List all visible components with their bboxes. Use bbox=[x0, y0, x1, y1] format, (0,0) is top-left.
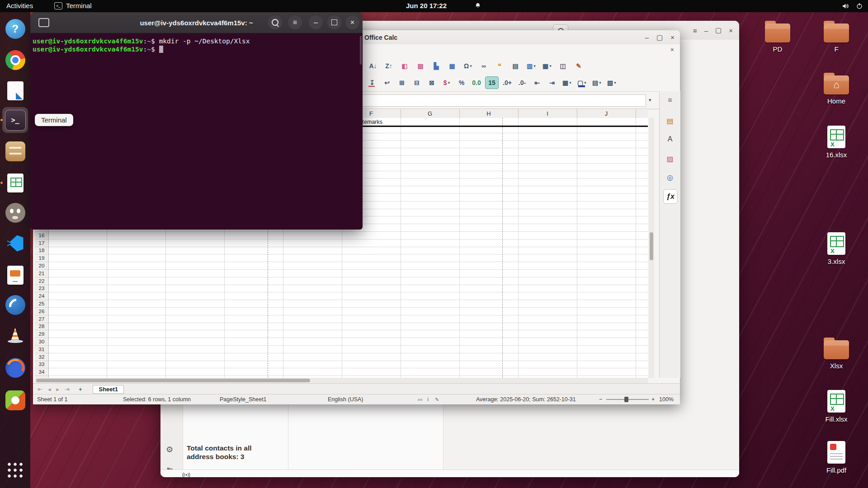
row-header-19[interactable]: 19 bbox=[35, 254, 48, 262]
desktop-icon-3.xlsx[interactable]: 3.xlsx bbox=[815, 232, 858, 265]
sort-ascending-button[interactable]: A↓ bbox=[367, 60, 379, 72]
show-grid-lines-dropdown-icon[interactable]: ▾ bbox=[549, 64, 552, 68]
add-decimal-place-button[interactable]: .0+ bbox=[501, 77, 514, 89]
desktop-icon-Fill.pdf[interactable]: Fill.pdf bbox=[815, 441, 858, 474]
row-header-34[interactable]: 34 bbox=[35, 368, 48, 376]
freeze-rows-and-columns-button[interactable]: ▥▾ bbox=[525, 60, 538, 72]
previous-sheet-button[interactable]: ◂ bbox=[48, 386, 51, 393]
dock-software-store[interactable] bbox=[4, 389, 26, 411]
format-as-percent-button[interactable]: % bbox=[455, 77, 468, 89]
split-window-button[interactable]: ◫ bbox=[557, 60, 569, 72]
format-as-currency-button[interactable]: $▾ bbox=[440, 77, 453, 89]
increase-indent-button[interactable]: ⇥ bbox=[546, 77, 558, 89]
horizontal-scrollbar[interactable] bbox=[35, 378, 648, 383]
dock-help[interactable] bbox=[4, 18, 26, 40]
borders-dropdown-icon[interactable]: ▾ bbox=[569, 80, 571, 85]
clock[interactable]: Jun 20 17:22 bbox=[406, 2, 447, 9]
insert-comment-button[interactable]: ❝ bbox=[493, 60, 506, 72]
dock-gimp[interactable] bbox=[4, 202, 26, 224]
close-button[interactable]: × bbox=[670, 33, 675, 41]
desktop-icon-Home[interactable]: ⌂Home bbox=[815, 72, 858, 105]
row-header-31[interactable]: 31 bbox=[35, 346, 48, 353]
vertical-scrollbar[interactable] bbox=[649, 118, 654, 378]
first-sheet-button[interactable]: ⇤ bbox=[38, 386, 42, 393]
row-header-23[interactable]: 23 bbox=[35, 285, 48, 292]
decrease-indent-button[interactable]: ⇤ bbox=[531, 77, 543, 89]
merge-cells-button[interactable]: ⊟ bbox=[410, 77, 423, 89]
dock-files[interactable] bbox=[4, 140, 26, 162]
vertical-scrollbar-thumb[interactable] bbox=[650, 232, 653, 260]
terminal-scrollbar[interactable] bbox=[360, 36, 362, 65]
search-button[interactable] bbox=[268, 15, 282, 29]
status-sheet-info[interactable]: Sheet 1 of 1 bbox=[37, 394, 67, 404]
dock-libreoffice-calc[interactable] bbox=[4, 172, 26, 194]
delete-decimal-place-button[interactable]: .0- bbox=[516, 77, 528, 89]
maximize-button[interactable]: ▢ bbox=[656, 33, 663, 42]
close-button[interactable]: × bbox=[345, 15, 359, 29]
status-selection-info[interactable]: Selected: 6 rows, 1 column bbox=[123, 394, 191, 404]
borders-button[interactable]: ▦▾ bbox=[561, 77, 573, 89]
settings-gear-icon[interactable]: ⚙ bbox=[166, 445, 173, 455]
terminal-input-line[interactable]: user@iv-yds6oxrdvkcva4f6m15v:~$ bbox=[33, 45, 363, 53]
border-color-dropdown-icon[interactable]: ▾ bbox=[584, 80, 586, 85]
dock-libreoffice-impress[interactable] bbox=[4, 264, 26, 286]
status-stats[interactable]: Average: 2025-06-20; Sum: 2652-10-31 bbox=[476, 394, 576, 404]
row-header-17[interactable]: 17 bbox=[35, 239, 48, 247]
last-sheet-button[interactable]: ⇥ bbox=[65, 386, 70, 393]
broadcast-icon[interactable] bbox=[182, 471, 190, 479]
add-sheet-button[interactable]: + bbox=[79, 386, 82, 393]
border-style-dropdown-icon[interactable]: ▾ bbox=[599, 80, 601, 85]
zoom-in-button[interactable]: + bbox=[651, 394, 655, 404]
minimize-button[interactable]: – bbox=[704, 27, 708, 34]
dock-show-applications[interactable] bbox=[4, 459, 26, 481]
insert-image-button[interactable]: ▨ bbox=[414, 60, 427, 72]
format-as-date-button[interactable]: 15 bbox=[485, 76, 499, 89]
status-page-style[interactable]: PageStyle_Sheet1 bbox=[220, 394, 267, 404]
system-tray[interactable] bbox=[842, 3, 863, 10]
align-bottom-button[interactable]: ↧ bbox=[366, 77, 378, 89]
new-tab-button[interactable] bbox=[38, 18, 49, 27]
dock-firefox[interactable] bbox=[4, 357, 26, 379]
maximize-button[interactable]: ▢ bbox=[715, 26, 722, 34]
border-style-button[interactable]: ▤▾ bbox=[590, 77, 603, 89]
terminal-window[interactable]: user@iv-yds6oxrdvkcva4f6m15v: ~ ≡ – × us… bbox=[30, 12, 363, 230]
dock-thunderbird[interactable] bbox=[4, 294, 26, 316]
dock-vscode[interactable] bbox=[4, 232, 26, 254]
maximize-button[interactable] bbox=[327, 15, 341, 29]
unmerge-cells-button[interactable]: ⊠ bbox=[425, 77, 438, 89]
row-header-32[interactable]: 32 bbox=[35, 353, 48, 361]
show-grid-lines-button[interactable]: ▦▾ bbox=[541, 60, 553, 72]
horizontal-scrollbar-thumb[interactable] bbox=[36, 379, 310, 382]
row-header-18[interactable]: 18 bbox=[35, 247, 48, 254]
row-header-21[interactable]: 21 bbox=[35, 270, 48, 277]
menu-button[interactable]: ≡ bbox=[288, 15, 302, 29]
menu-button[interactable]: ≡ bbox=[693, 27, 697, 34]
column-header-G[interactable]: G bbox=[401, 109, 460, 118]
show-draw-functions-button[interactable]: ✎ bbox=[572, 60, 585, 72]
activities-button[interactable]: Activities bbox=[6, 2, 33, 9]
row-header-30[interactable]: 30 bbox=[35, 338, 48, 346]
freeze-rows-and-columns-dropdown-icon[interactable]: ▾ bbox=[533, 64, 536, 68]
desktop-icon-Xlsx[interactable]: Xlsx bbox=[815, 337, 858, 370]
row-header-20[interactable]: 20 bbox=[35, 262, 48, 270]
sidebar-tab-navigator[interactable]: ◎ bbox=[663, 170, 677, 184]
formula-bar-expand-icon[interactable]: ▾ bbox=[649, 97, 651, 103]
desktop-icon-Fill.xlsx[interactable]: Fill.xlsx bbox=[815, 390, 858, 423]
close-button[interactable]: × bbox=[729, 27, 733, 34]
desktop-icon-PD[interactable]: PD bbox=[756, 20, 799, 53]
column-header-H[interactable]: H bbox=[459, 109, 519, 118]
sidebar-tab-functions[interactable]: ƒx bbox=[663, 189, 678, 204]
terminal-output[interactable]: user@iv-yds6oxrdvkcva4f6m15v:~$mkdir -p … bbox=[30, 33, 363, 230]
sidebar-tab-styles[interactable]: A bbox=[663, 132, 677, 146]
minimize-button[interactable]: – bbox=[645, 33, 649, 41]
insert-chart-button[interactable]: ▙ bbox=[430, 60, 443, 72]
sort-descending-button[interactable]: Z↑ bbox=[382, 60, 395, 72]
row-header-33[interactable]: 33 bbox=[35, 361, 48, 368]
column-header-J[interactable]: J bbox=[577, 109, 636, 118]
column-header-I[interactable]: I bbox=[518, 109, 577, 118]
dock-vlc[interactable] bbox=[4, 324, 26, 347]
conditional-formatting-dropdown-icon[interactable]: ▾ bbox=[614, 80, 616, 85]
border-color-button[interactable]: ▢▾ bbox=[576, 77, 588, 89]
row-header-29[interactable]: 29 bbox=[35, 330, 48, 338]
merge-and-center-cells-button[interactable]: ⊞ bbox=[396, 77, 408, 89]
